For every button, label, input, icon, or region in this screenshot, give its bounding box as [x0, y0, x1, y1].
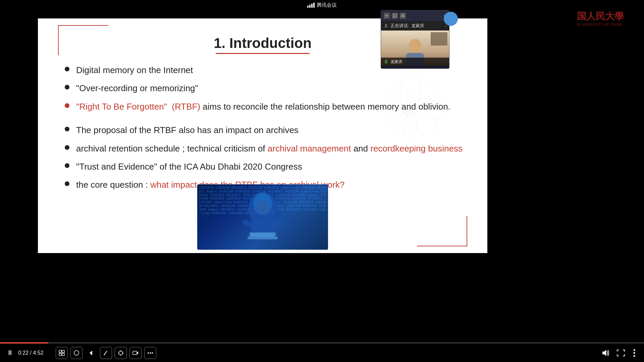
university-name-cn: 国人民大學: [577, 10, 624, 23]
minus-icon: [385, 14, 388, 17]
hacker-image: 01001010 11001010 00110011 10101100 0100…: [197, 184, 328, 250]
speaker-name: 龙家庆: [411, 23, 424, 29]
bullet-dot-6: [65, 163, 69, 168]
svg-rect-22: [401, 14, 405, 15]
participant-name-label: 龙家庆: [390, 59, 402, 65]
volume-button[interactable]: [602, 349, 610, 357]
svg-rect-25: [385, 24, 387, 26]
back-button[interactable]: [85, 347, 97, 359]
menu-icon: [401, 14, 405, 17]
rtbf-label: "Right To Be Forgotten" (RTBF): [76, 102, 200, 112]
bullet-item-2: "Over-recording or memorizing": [65, 82, 467, 94]
mic-status-icon: [384, 23, 388, 28]
circle-icon: [73, 350, 79, 356]
bullet-dot-3: [65, 103, 69, 108]
bullet-text-3: "Right To Be Forgotten" (RTBF) aims to r…: [76, 101, 450, 113]
svg-line-36: [104, 354, 105, 355]
participant-window[interactable]: ↖ 正在讲话: 龙家庆 › 龙家庆: [381, 10, 449, 69]
more-dots-icon: [147, 350, 153, 356]
svg-rect-42: [133, 351, 137, 355]
more-button[interactable]: [144, 347, 156, 359]
time-display: 0:22 / 4:52: [18, 350, 44, 356]
right-controls: [602, 349, 637, 357]
grid-view-button[interactable]: [56, 347, 68, 359]
svg-rect-19: [251, 233, 275, 237]
svg-rect-21: [393, 14, 396, 17]
mic-active-icon: [384, 59, 388, 64]
svg-rect-15: [242, 219, 253, 227]
participant-titlebar: ↖: [381, 10, 449, 21]
signal-bar-2: [309, 5, 311, 8]
pen-icon: [103, 350, 109, 356]
svg-point-46: [152, 352, 153, 354]
focus-button[interactable]: [115, 347, 127, 359]
status-bar: 腾讯会议: [0, 0, 644, 10]
person-head: [409, 39, 421, 52]
bullet-dot-5: [65, 145, 69, 150]
bullet-text-6: "Trust and Evidence" of the ICA Abu Dhab…: [76, 161, 302, 173]
minimize-button[interactable]: [384, 13, 390, 19]
bullet-dot-7: [65, 181, 69, 186]
menu-button[interactable]: [400, 13, 406, 19]
bullet-item-6: "Trust and Evidence" of the ICA Abu Dhab…: [65, 161, 467, 173]
svg-rect-27: [385, 60, 387, 62]
draw-button[interactable]: [100, 347, 112, 359]
participant-status-bar: 正在讲话: 龙家庆 ›: [381, 21, 449, 31]
svg-rect-30: [62, 350, 64, 353]
recordkeeping: recordkeeping business: [370, 143, 463, 154]
bullet-dot-2: [65, 85, 69, 89]
bullet-text-5: archival retention schedule ; technical …: [76, 142, 463, 155]
bookshelf: [431, 32, 447, 46]
app-title: 腾讯会议: [317, 2, 337, 8]
bullet-text-2: "Over-recording or memorizing": [76, 82, 198, 94]
camera-icon: [132, 350, 139, 356]
restore-icon: [393, 14, 396, 17]
signal-bars: [307, 3, 315, 8]
svg-rect-24: [401, 16, 405, 17]
archival-prefix: archival retention schedule ; technical …: [76, 143, 268, 154]
titlebar-controls[interactable]: [384, 13, 406, 19]
university-name-en: IN UNIVERSITY OF CHINA: [577, 23, 624, 26]
participant-footer: 龙家庆: [381, 58, 449, 66]
archival-mgmt: archival management: [268, 143, 351, 154]
fullscreen-button[interactable]: [616, 349, 625, 357]
svg-marker-34: [90, 351, 92, 355]
signal-bar-3: [311, 4, 313, 8]
svg-point-50: [634, 355, 635, 357]
signal-bar-1: [307, 6, 309, 8]
archival-and: and: [354, 143, 371, 154]
toolbox-icons: [56, 347, 156, 359]
circle-button[interactable]: [70, 347, 83, 359]
volume-icon: [602, 349, 610, 357]
svg-point-33: [74, 351, 79, 355]
bullet-dot-1: [65, 67, 69, 71]
slide-bullets: Digital memory on the Internet "Over-rec…: [38, 64, 487, 191]
target-icon: [118, 350, 124, 356]
svg-rect-29: [59, 350, 61, 353]
speaking-label: 正在讲话:: [390, 23, 409, 29]
fullscreen-icon: [616, 349, 625, 357]
bottom-control-bar: ⏸ 0:22 / 4:52: [0, 344, 644, 362]
camera-button[interactable]: [129, 347, 142, 359]
back-icon: [88, 350, 94, 356]
svg-rect-16: [272, 219, 283, 227]
bullet-item-4: The proposal of the RTBF also has an imp…: [65, 124, 467, 136]
slide-title-underline: [216, 53, 310, 54]
vertical-dots-icon: [631, 349, 637, 357]
grid-icon: [59, 350, 65, 356]
svg-point-45: [150, 352, 151, 354]
more-options-button[interactable]: [631, 349, 637, 357]
bullet-item-3: "Right To Be Forgotten" (RTBF) aims to r…: [65, 101, 467, 113]
signal-bar-4: [313, 3, 315, 8]
hacker-image-inner: 01001010 11001010 00110011 10101100 0100…: [197, 184, 328, 250]
blue-avatar: [444, 12, 458, 26]
restore-button[interactable]: [392, 13, 398, 19]
question-prefix: the core question :: [76, 180, 150, 190]
hacker-svg: [232, 190, 293, 244]
bullet-text-4: The proposal of the RTBF also has an imp…: [76, 124, 299, 136]
participant-video: 龙家庆: [381, 31, 449, 66]
rtbf-desc: aims to reconcile the relationship betwe…: [203, 102, 450, 112]
svg-rect-31: [59, 353, 61, 356]
university-logo: 国人民大學 IN UNIVERSITY OF CHINA: [577, 10, 624, 26]
play-pause-button[interactable]: ⏸: [7, 349, 13, 357]
